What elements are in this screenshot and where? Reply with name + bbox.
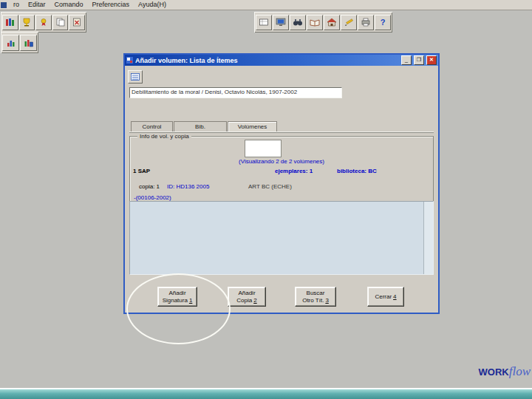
tab-bib[interactable]: Bib.	[174, 121, 227, 132]
add-copy-label-bottom: Copia2	[236, 297, 256, 304]
add-copy-shortcut: 2	[253, 297, 256, 304]
binoculars-button[interactable]	[290, 15, 306, 30]
menu-item-preferencias[interactable]: Preferencias	[88, 0, 134, 10]
pencil-icon	[344, 18, 354, 27]
taskbar[interactable]	[0, 389, 532, 399]
toolbar-main	[1, 12, 86, 33]
close-dialog-button[interactable]: Cerrar4	[367, 287, 404, 307]
clipboard-x-button[interactable]	[69, 15, 85, 30]
close-shortcut: 4	[393, 293, 396, 300]
logo-work-text: WORK	[479, 366, 509, 378]
group-label: Info de vol. y copia	[137, 133, 191, 140]
dialog-toolbar-button[interactable]	[128, 70, 143, 83]
minimize-button[interactable]: _	[401, 55, 412, 65]
biblioteca-label: biblioteca: BC	[337, 168, 377, 174]
tab-page-edge	[129, 132, 434, 132]
bar-chart-icon	[6, 38, 16, 47]
tab-volumenes[interactable]: Volúmenes	[228, 121, 277, 132]
search-other-label-top: Buscar	[307, 290, 325, 297]
tab-strip: Control Bib. Volúmenes	[131, 121, 278, 132]
bar-chart-button[interactable]	[2, 35, 19, 51]
sap-label: 1 SAP	[133, 168, 150, 174]
medal-button[interactable]	[35, 15, 52, 30]
dialog-title: Añadir volumen: Lista de Ítemes	[135, 57, 399, 64]
copia-label: copia: 1	[139, 183, 160, 190]
open-book-icon	[310, 18, 320, 27]
help-button[interactable]: ?	[375, 15, 391, 30]
printer-icon	[361, 18, 371, 27]
add-copy-text: Copia	[236, 297, 252, 304]
workflow-logo: WORK flow	[479, 364, 531, 379]
search-other-title-button[interactable]: Buscar Otro Tít.3	[295, 287, 336, 307]
volume-field[interactable]	[245, 140, 282, 157]
menu-item-editar[interactable]: Editar	[24, 0, 50, 10]
binoculars-icon	[293, 18, 303, 27]
pencil-button[interactable]	[341, 15, 357, 30]
volume-info-group: Info de vol. y copia (Visualizando 2 de …	[129, 136, 434, 202]
search-other-label-bottom: Otro Tít.3	[302, 297, 329, 304]
card-grid-button[interactable]	[256, 15, 272, 30]
tab-control[interactable]: Control	[131, 121, 173, 132]
search-other-shortcut: 3	[325, 297, 328, 304]
home-button[interactable]	[324, 15, 340, 30]
close-label-bottom: Cerrar4	[375, 293, 396, 301]
sheets-icon	[55, 18, 66, 27]
list-icon	[131, 73, 140, 81]
ejemplares-label: ejemplares: 1	[275, 168, 313, 174]
id-label: ID: HD136 2005	[167, 183, 209, 190]
record-title-field[interactable]: Debilitamiento de la moral / Denisi, Oct…	[129, 87, 342, 98]
printer-button[interactable]	[358, 15, 374, 30]
bar-chart-book-icon	[24, 38, 34, 47]
help-icon: ?	[381, 18, 386, 27]
list-scrollbar[interactable]	[423, 202, 433, 274]
app-icon	[1, 2, 7, 8]
menu-bar: ro Editar Comando Preferencias Ayuda(H)	[0, 0, 532, 10]
toolbar-secondary	[1, 32, 38, 53]
books-button[interactable]	[2, 15, 18, 30]
dialog-titlebar[interactable]: Añadir volumen: Lista de Ítemes _ ❐ ✕	[125, 55, 438, 66]
close-text: Cerrar	[375, 293, 392, 300]
menu-item-comando[interactable]: Comando	[50, 0, 88, 10]
medal-icon	[38, 18, 49, 27]
menu-item-archivo[interactable]: ro	[9, 0, 24, 10]
items-list[interactable]	[129, 201, 434, 275]
close-button[interactable]: ✕	[426, 55, 437, 65]
search-other-text: Otro Tít.	[302, 297, 324, 304]
clipboard-x-icon	[72, 18, 82, 27]
dialog-icon	[126, 57, 133, 64]
add-copy-button[interactable]: Añadir Copia2	[228, 287, 266, 307]
logo-flow-text: flow	[509, 364, 531, 379]
books-icon	[5, 18, 16, 27]
maximize-button[interactable]: ❐	[414, 55, 424, 65]
desktop: ro Editar Comando Preferencias Ayuda(H)	[0, 0, 532, 399]
sheets-button[interactable]	[52, 15, 69, 30]
location-label: ART BC (ECHE)	[248, 183, 292, 190]
monitor-icon	[276, 18, 286, 27]
code-label: -(00106-2002)	[134, 194, 171, 201]
trophy-icon	[21, 18, 32, 27]
home-icon	[327, 18, 337, 27]
card-grid-icon	[259, 18, 269, 27]
monitor-button[interactable]	[273, 15, 289, 30]
open-book-button[interactable]	[307, 15, 323, 30]
bar-chart-book-button[interactable]	[20, 35, 37, 51]
trophy-button[interactable]	[19, 15, 35, 30]
viewing-note: (Visualizando 2 de 2 volúmenes)	[130, 158, 433, 165]
menu-item-ayuda[interactable]: Ayuda(H)	[134, 0, 171, 10]
annotation-ellipse	[126, 273, 231, 344]
add-copy-label-top: Añadir	[238, 290, 255, 297]
toolbar-center: ?	[254, 12, 392, 33]
